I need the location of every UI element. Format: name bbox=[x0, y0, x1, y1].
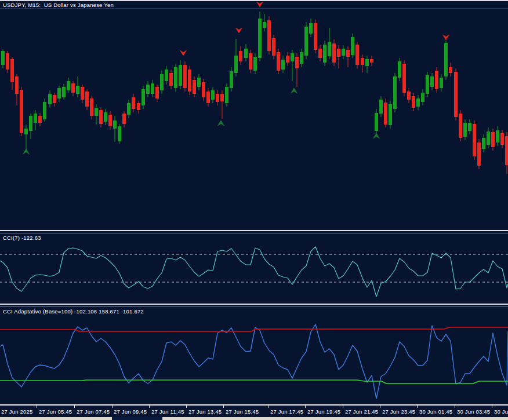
price-pane[interactable] bbox=[0, 1, 508, 231]
candle bbox=[20, 90, 23, 133]
candle bbox=[440, 78, 443, 88]
buy-arrow-icon bbox=[291, 88, 297, 93]
candle bbox=[118, 126, 121, 141]
candle bbox=[370, 59, 373, 63]
candle bbox=[220, 94, 224, 101]
candle bbox=[500, 133, 504, 145]
candle bbox=[165, 70, 168, 81]
time-axis-tick bbox=[74, 406, 75, 408]
candle bbox=[38, 116, 42, 123]
time-axis-label: 27 Jun 2025 bbox=[1, 408, 33, 415]
time-axis-tick bbox=[455, 406, 455, 408]
separator-shadow bbox=[0, 233, 508, 233]
sell-arrow-icon bbox=[443, 35, 449, 40]
candle bbox=[155, 87, 159, 98]
bottom-window-edge bbox=[0, 417, 508, 420]
time-axis-tick bbox=[112, 406, 113, 408]
candle bbox=[314, 23, 317, 50]
candle bbox=[398, 61, 401, 78]
signal-arrows-layer bbox=[23, 2, 449, 154]
separator-highlight bbox=[0, 304, 508, 305]
time-axis-label: 27 Jun 15:45 bbox=[226, 408, 259, 415]
candle bbox=[463, 123, 467, 137]
time-axis-tick bbox=[417, 406, 418, 408]
candle bbox=[491, 132, 495, 147]
candle bbox=[216, 94, 219, 102]
candle bbox=[281, 60, 285, 70]
candle bbox=[53, 95, 56, 103]
pane-resize-handle-2[interactable] bbox=[0, 304, 508, 307]
candle bbox=[482, 138, 485, 149]
candle bbox=[71, 83, 75, 93]
candle bbox=[108, 115, 112, 126]
candle bbox=[151, 83, 154, 94]
candle bbox=[379, 100, 383, 114]
candle bbox=[211, 90, 215, 100]
candle bbox=[468, 123, 471, 131]
candle bbox=[160, 74, 164, 90]
time-axis-tick bbox=[380, 406, 380, 408]
time-axis-tick bbox=[305, 406, 306, 408]
time-axis-tick bbox=[149, 406, 150, 408]
mt4-chart-window: USDJPY, M15: US Dollar vs Japanese Yen C… bbox=[0, 0, 508, 420]
candle bbox=[426, 75, 429, 94]
candle bbox=[104, 112, 107, 122]
candle bbox=[300, 52, 303, 64]
candle bbox=[253, 57, 257, 71]
time-axis-tick bbox=[492, 406, 492, 408]
candle bbox=[6, 53, 9, 70]
time-axis-label: 27 Jun 17:45 bbox=[270, 408, 303, 415]
candle bbox=[328, 42, 331, 56]
candle bbox=[141, 89, 145, 105]
time-axis-label: 27 Jun 21:45 bbox=[345, 408, 378, 415]
candle bbox=[421, 93, 424, 102]
candle bbox=[430, 76, 434, 87]
candle bbox=[137, 103, 140, 110]
candle bbox=[304, 27, 308, 56]
pane-resize-handle-1[interactable] bbox=[0, 230, 508, 233]
time-axis[interactable]: 27 Jun 202527 Jun 05:4527 Jun 07:4527 Ju… bbox=[0, 406, 508, 417]
candle bbox=[127, 103, 130, 115]
candle bbox=[346, 50, 350, 57]
candle bbox=[355, 45, 359, 65]
time-axis-label: 27 Jun 09:45 bbox=[114, 408, 147, 415]
candle bbox=[234, 56, 238, 73]
candle bbox=[416, 98, 420, 107]
candle bbox=[81, 87, 84, 100]
candle bbox=[332, 43, 336, 63]
cci-indicator-pane[interactable] bbox=[0, 233, 508, 304]
candle bbox=[351, 37, 354, 55]
candle bbox=[477, 143, 481, 166]
candle-bodies-layer bbox=[1, 19, 508, 166]
sell-arrow-icon bbox=[236, 28, 242, 33]
candle bbox=[323, 45, 326, 63]
time-axis-label: 27 Jun 19:45 bbox=[307, 408, 340, 415]
time-axis-tick bbox=[186, 406, 187, 408]
time-axis-tick bbox=[268, 406, 268, 408]
cci-adaptive-indicator-pane[interactable] bbox=[0, 307, 508, 404]
candle bbox=[48, 94, 52, 104]
candle bbox=[277, 52, 280, 71]
bottom-edge-block bbox=[112, 417, 162, 420]
candle bbox=[365, 59, 369, 66]
candle bbox=[402, 64, 406, 93]
buy-arrow-icon bbox=[218, 120, 224, 126]
candle bbox=[286, 56, 289, 63]
candle bbox=[24, 129, 28, 134]
candle bbox=[375, 113, 378, 131]
cci-adaptive-main-line bbox=[0, 324, 508, 399]
candle bbox=[174, 67, 177, 88]
sell-arrow-icon bbox=[180, 50, 187, 56]
time-axis-label: 30 Jun 03:45 bbox=[457, 408, 490, 415]
candle bbox=[389, 104, 392, 125]
candle bbox=[197, 78, 201, 87]
candle bbox=[263, 22, 266, 28]
time-axis-label: 27 Jun 05:45 bbox=[39, 408, 72, 415]
time-axis-label: 27 Jun 13:45 bbox=[188, 408, 222, 415]
time-axis-tick bbox=[343, 406, 343, 408]
time-axis-label: 30 Jun 01:45 bbox=[419, 408, 452, 415]
candle bbox=[249, 53, 252, 70]
separator-highlight bbox=[0, 230, 508, 231]
time-axis-tick bbox=[37, 406, 37, 408]
candle bbox=[10, 59, 14, 82]
